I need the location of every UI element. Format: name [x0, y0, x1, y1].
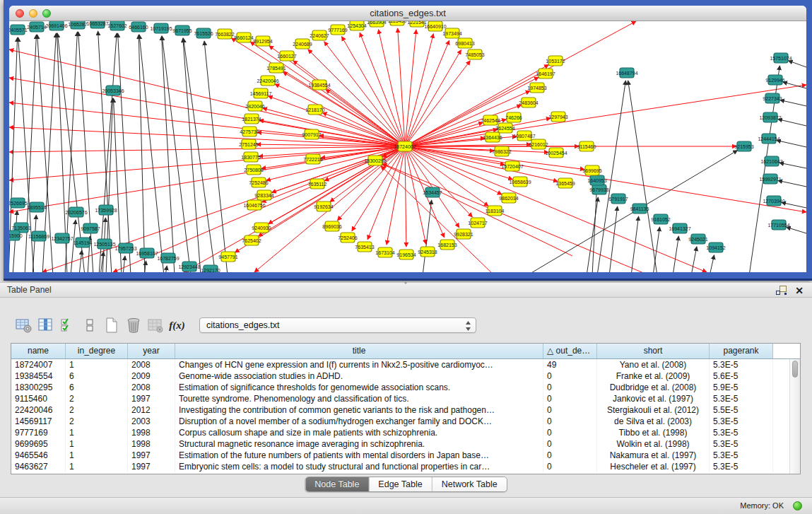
graph-edge[interactable]: [139, 35, 164, 272]
graph-edge[interactable]: [405, 146, 426, 244]
graph-edge[interactable]: [405, 34, 433, 146]
show-columns-icon[interactable]: [35, 315, 57, 335]
graph-edge[interactable]: [631, 216, 639, 272]
table-row[interactable]: 1872400712008Changes of HCN gene express…: [11, 359, 800, 370]
graph-edge[interactable]: [778, 180, 806, 187]
table-row[interactable]: 946362711997Embryonic stem cells: a mode…: [11, 461, 800, 472]
graph-edge[interactable]: [592, 188, 596, 272]
graph-node-label: 19384554: [308, 83, 330, 88]
graph-edge[interactable]: [162, 36, 191, 272]
table-row[interactable]: 1456911722003Disruption of a novel membe…: [11, 416, 800, 427]
graph-edge[interactable]: [204, 41, 228, 272]
graph-edge[interactable]: [123, 256, 125, 272]
graph-edge[interactable]: [405, 146, 406, 247]
column-header-5[interactable]: short: [597, 344, 710, 358]
table-vertical-scrollbar[interactable]: [789, 359, 800, 474]
graph-edge[interactable]: [628, 81, 657, 272]
graph-edge[interactable]: [782, 202, 806, 208]
graph-edge[interactable]: [779, 163, 806, 168]
graph-edge[interactable]: [609, 206, 618, 272]
create-column-icon[interactable]: [100, 315, 122, 335]
graph-node-label: 2405714: [27, 25, 46, 30]
graph-edge[interactable]: [405, 146, 502, 194]
graph-edge[interactable]: [653, 227, 660, 272]
column-header-0[interactable]: name: [11, 344, 66, 358]
graph-edge[interactable]: [9, 78, 405, 146]
graph-node-label: 2483604: [519, 100, 538, 105]
tab-edge-table[interactable]: Edge Table: [369, 477, 432, 491]
table-select[interactable]: citations_edges.txt: [199, 317, 476, 333]
table-row[interactable]: 946554611997Estimation of the future num…: [11, 450, 800, 461]
delete-icon[interactable]: [122, 315, 144, 335]
graph-edge[interactable]: [587, 197, 598, 272]
memory-ok-indicator[interactable]: [793, 501, 802, 510]
graph-edge[interactable]: [780, 100, 806, 106]
network-window-titlebar[interactable]: citations_edges.txt: [9, 6, 806, 21]
graph-edge[interactable]: [405, 61, 470, 146]
panel-resize-grip[interactable]: [401, 281, 411, 285]
column-header-2[interactable]: year: [128, 344, 175, 358]
graph-node-label: 16648794: [616, 71, 637, 76]
graph-edge[interactable]: [405, 85, 806, 146]
graph-node-label: 1682153: [437, 243, 457, 247]
graph-node-label: 1534457: [423, 190, 442, 195]
tab-node-table[interactable]: Node Table: [305, 477, 369, 491]
graph-edge[interactable]: [526, 151, 738, 272]
tab-network-table[interactable]: Network Table: [433, 477, 507, 491]
table-row[interactable]: 2242004622012Investigating the contribut…: [11, 404, 800, 416]
table-row[interactable]: 911546021997Tourette syndrome. Phenomeno…: [11, 393, 800, 404]
graph-edge[interactable]: [405, 146, 707, 272]
graph-edge[interactable]: [405, 30, 416, 146]
graph-edge[interactable]: [13, 211, 17, 272]
column-header-1[interactable]: in_degree: [66, 344, 128, 358]
graph-edge[interactable]: [275, 84, 405, 146]
graph-edge[interactable]: [71, 220, 76, 272]
graph-edge[interactable]: [778, 119, 806, 126]
graph-edge[interactable]: [162, 36, 175, 272]
graph-edge[interactable]: [183, 38, 216, 272]
table-row[interactable]: 969969511998Structural magnetic resonanc…: [11, 438, 800, 450]
column-header-3[interactable]: title: [175, 344, 543, 358]
graph-edge[interactable]: [710, 255, 714, 272]
select-columns-icon[interactable]: [57, 315, 78, 335]
network-view-window[interactable]: citations_edges.txt 24055712405714206914…: [4, 0, 812, 281]
graph-edge[interactable]: [777, 140, 806, 147]
graph-edge[interactable]: [341, 37, 405, 146]
graph-edge[interactable]: [405, 21, 636, 146]
table-cell: 5.3E-5: [710, 427, 773, 438]
network-svg[interactable]: 2405571240571420691406106528710653287152…: [9, 21, 806, 272]
float-panel-icon[interactable]: [776, 286, 787, 295]
graph-edge[interactable]: [139, 35, 145, 272]
graph-edge[interactable]: [787, 227, 806, 233]
graph-edge[interactable]: [788, 61, 806, 67]
scrollbar-thumb[interactable]: [792, 361, 798, 378]
graph-edge[interactable]: [165, 266, 167, 272]
graph-node-label: 12342757: [51, 236, 73, 241]
graph-edge[interactable]: [691, 247, 697, 272]
row-height-icon[interactable]: [78, 315, 100, 335]
graph-edge[interactable]: [382, 164, 572, 256]
table-cell: 1997: [128, 450, 175, 461]
table-row[interactable]: 977716911998Corpus callosum shape and si…: [11, 427, 800, 438]
graph-edge[interactable]: [33, 215, 36, 272]
minimize-window-button[interactable]: [29, 9, 37, 18]
table-cell: 0: [543, 382, 597, 393]
delete-table-icon-disabled[interactable]: [144, 315, 166, 335]
function-builder-icon[interactable]: f(x): [166, 315, 188, 335]
close-panel-icon[interactable]: ✕: [795, 284, 804, 297]
table-row[interactable]: 1830029562008Estimation of significance …: [11, 382, 800, 393]
network-canvas[interactable]: 2405571240571420691406106528710653287152…: [9, 21, 806, 272]
graph-edge[interactable]: [183, 38, 201, 272]
zoom-window-button[interactable]: [42, 9, 51, 18]
close-window-button[interactable]: [16, 9, 24, 18]
table-settings-icon[interactable]: [13, 315, 35, 335]
column-header-6[interactable]: pagerank: [710, 344, 773, 358]
graph-edge[interactable]: [673, 236, 678, 272]
column-header-4[interactable]: △ out_de…: [543, 344, 597, 358]
graph-edge[interactable]: [79, 250, 82, 272]
graph-edge[interactable]: [250, 42, 405, 146]
table-panel-header[interactable]: Table Panel ✕: [0, 282, 812, 298]
table-row[interactable]: 1938455462009Genome-wide association stu…: [11, 370, 800, 382]
graph-edge[interactable]: [398, 28, 405, 146]
graph-edge[interactable]: [405, 40, 449, 146]
